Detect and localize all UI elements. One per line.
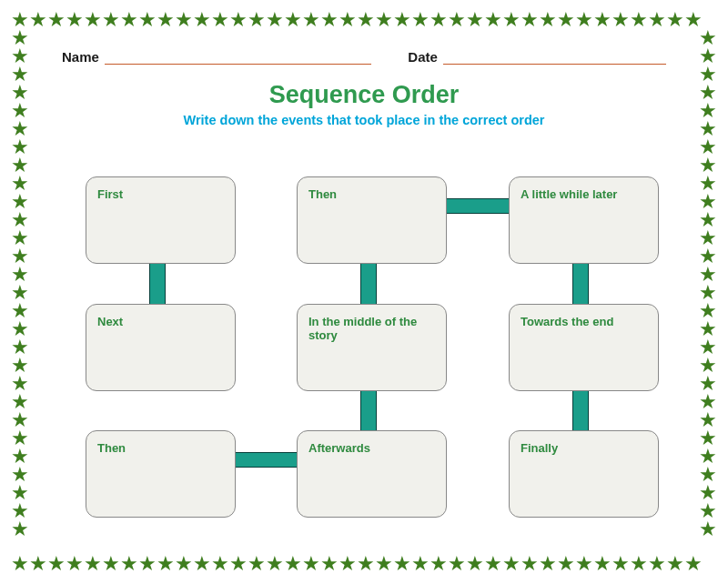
star-icon: ★ — [684, 554, 703, 574]
star-icon: ★ — [11, 101, 29, 121]
star-icon: ★ — [393, 554, 411, 574]
star-icon: ★ — [699, 428, 717, 448]
star-icon: ★ — [11, 119, 29, 139]
star-icon: ★ — [699, 192, 717, 212]
star-icon: ★ — [284, 10, 302, 30]
star-icon: ★ — [699, 83, 717, 103]
date-label: Date — [408, 49, 438, 65]
date-field: Date — [408, 49, 666, 65]
sequence-box-middle[interactable]: In the middle of the story — [297, 304, 447, 391]
star-icon: ★ — [539, 10, 557, 30]
star-icon: ★ — [284, 554, 302, 574]
sequence-box-next[interactable]: Next — [86, 304, 236, 391]
sequence-box-afterwards[interactable]: Afterwards — [297, 430, 447, 518]
star-icon: ★ — [66, 554, 84, 574]
star-icon: ★ — [11, 337, 29, 357]
star-icon: ★ — [699, 337, 717, 357]
star-icon: ★ — [175, 10, 193, 30]
star-icon: ★ — [699, 301, 717, 321]
star-icon: ★ — [11, 410, 29, 430]
star-icon: ★ — [699, 156, 717, 176]
star-icon: ★ — [393, 10, 411, 30]
connector — [360, 260, 377, 306]
star-icon: ★ — [699, 210, 717, 230]
star-icon: ★ — [11, 265, 29, 285]
star-icon: ★ — [11, 228, 29, 248]
star-icon: ★ — [466, 554, 484, 574]
star-icon: ★ — [699, 265, 717, 285]
sequence-box-then-1[interactable]: Then — [297, 176, 447, 264]
name-label: Name — [62, 49, 99, 65]
sequence-box-little-while-later[interactable]: A little while later — [509, 176, 659, 264]
star-icon: ★ — [699, 28, 717, 48]
star-icon: ★ — [699, 228, 717, 248]
star-icon: ★ — [11, 554, 29, 574]
star-icon: ★ — [539, 554, 557, 574]
star-icon: ★ — [357, 10, 375, 30]
star-icon: ★ — [699, 119, 717, 139]
connector — [360, 388, 377, 433]
sequence-box-finally[interactable]: Finally — [509, 430, 659, 518]
sequence-box-first[interactable]: First — [86, 176, 236, 264]
sequence-box-then-2[interactable]: Then — [86, 430, 236, 518]
box-label: Then — [308, 187, 337, 201]
box-label: Next — [97, 315, 123, 328]
star-icon: ★ — [11, 192, 29, 212]
star-icon: ★ — [430, 10, 448, 30]
star-icon: ★ — [699, 65, 717, 85]
star-icon: ★ — [699, 501, 717, 521]
star-icon: ★ — [11, 247, 29, 267]
star-icon: ★ — [339, 10, 357, 30]
star-icon: ★ — [66, 10, 84, 30]
star-icon: ★ — [47, 554, 66, 574]
star-icon: ★ — [699, 410, 717, 430]
connector — [444, 198, 512, 214]
star-icon: ★ — [11, 28, 29, 48]
connector — [149, 260, 166, 306]
star-icon: ★ — [11, 501, 29, 521]
star-icon: ★ — [11, 137, 29, 157]
star-icon: ★ — [138, 554, 157, 574]
star-icon: ★ — [357, 554, 375, 574]
star-icon: ★ — [11, 83, 29, 103]
star-icon: ★ — [47, 10, 66, 30]
star-icon: ★ — [575, 554, 593, 574]
star-icon: ★ — [266, 554, 284, 574]
star-icon: ★ — [484, 10, 502, 30]
star-icon: ★ — [575, 10, 593, 30]
star-icon: ★ — [648, 554, 666, 574]
star-icon: ★ — [175, 554, 193, 574]
star-icon: ★ — [466, 10, 484, 30]
star-icon: ★ — [699, 465, 717, 485]
star-icon: ★ — [699, 283, 717, 303]
star-icon: ★ — [630, 10, 648, 30]
star-icon: ★ — [193, 554, 211, 574]
star-icon: ★ — [29, 10, 47, 30]
star-icon: ★ — [648, 10, 666, 30]
star-icon: ★ — [11, 447, 29, 467]
star-icon: ★ — [120, 554, 138, 574]
name-field: Name — [62, 49, 371, 65]
star-icon: ★ — [11, 210, 29, 230]
star-icon: ★ — [557, 10, 575, 30]
star-icon: ★ — [11, 156, 29, 176]
star-icon: ★ — [699, 356, 717, 376]
star-icon: ★ — [320, 10, 339, 30]
box-label: In the middle of the story — [308, 315, 417, 342]
date-input-line[interactable] — [443, 53, 666, 65]
star-icon: ★ — [666, 10, 684, 30]
star-icon: ★ — [248, 10, 266, 30]
star-icon: ★ — [11, 10, 29, 30]
star-icon: ★ — [229, 10, 248, 30]
star-icon: ★ — [229, 554, 248, 574]
star-icon: ★ — [375, 10, 393, 30]
star-icon: ★ — [557, 554, 575, 574]
star-icon: ★ — [699, 392, 717, 412]
sequence-box-towards-end[interactable]: Towards the end — [509, 304, 659, 391]
star-icon: ★ — [699, 374, 717, 394]
name-input-line[interactable] — [105, 53, 372, 65]
box-label: Afterwards — [308, 441, 370, 455]
header-fields: Name Date — [36, 33, 692, 65]
star-icon: ★ — [11, 374, 29, 394]
star-icon: ★ — [102, 10, 120, 30]
